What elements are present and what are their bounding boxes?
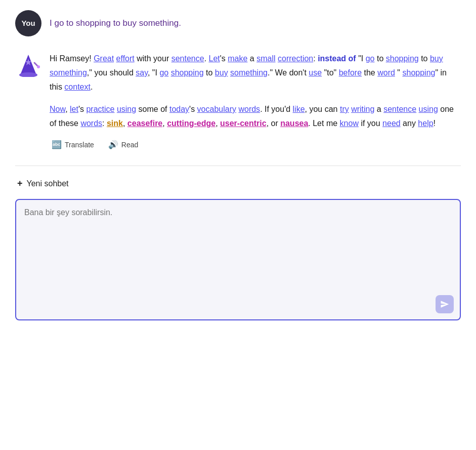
user-message-text: I go to shopping to buy something. (50, 10, 181, 30)
avatar-label: You (21, 17, 35, 29)
read-button[interactable]: 🔊 Read (106, 139, 140, 150)
svg-point-4 (37, 65, 40, 68)
read-icon: 🔊 (108, 140, 118, 149)
new-chat-label: Yeni sohbet (27, 177, 69, 190)
send-icon (440, 300, 449, 309)
vocab-user-centric: user-centric (220, 119, 267, 128)
vocab-sink: sink (107, 119, 123, 128)
new-chat-row[interactable]: + Yeni sohbet (15, 176, 461, 191)
bot-text: Hi Ramsey! Great effort with your senten… (50, 52, 461, 131)
instead-of-text: instead of (318, 54, 356, 63)
new-chat-plus-icon: + (17, 176, 23, 191)
send-button[interactable] (436, 295, 454, 313)
bot-paragraph-1: Hi Ramsey! Great effort with your senten… (50, 52, 461, 94)
bot-paragraph-2: Now, let's practice using some of today'… (50, 102, 461, 131)
chat-input[interactable] (16, 200, 460, 311)
chat-container: You I go to shopping to buy something. (0, 0, 476, 331)
translate-button[interactable]: 🔤 Translate (50, 139, 96, 150)
section-divider (15, 166, 461, 166)
user-avatar: You (15, 10, 41, 36)
bot-message: Hi Ramsey! Great effort with your senten… (15, 52, 461, 150)
bot-toolbar: 🔤 Translate 🔊 Read (50, 139, 461, 150)
chat-input-container (15, 199, 461, 320)
bot-content: Hi Ramsey! Great effort with your senten… (50, 52, 461, 150)
wizard-hat-icon (16, 53, 40, 77)
bot-avatar (15, 52, 41, 78)
svg-marker-0 (20, 55, 36, 75)
vocab-ceasefire: ceasefire (127, 119, 162, 128)
vocab-cutting-edge: cutting-edge (167, 119, 215, 128)
vocab-nausea: nausea (280, 119, 308, 128)
user-message: You I go to shopping to buy something. (15, 10, 461, 36)
translate-icon: 🔤 (52, 140, 62, 149)
